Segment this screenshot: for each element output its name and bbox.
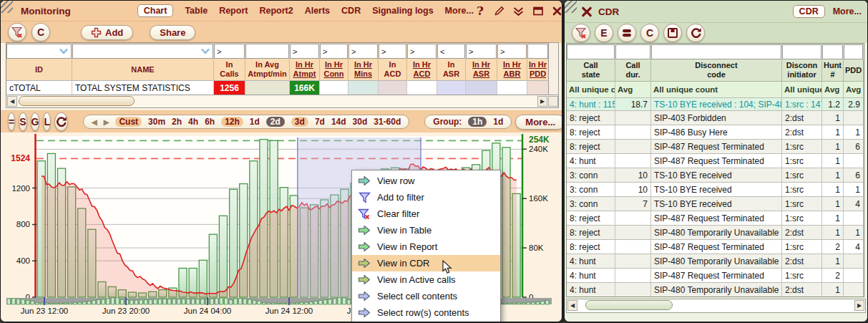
filter-input-in hr-asr[interactable]: >: [466, 44, 497, 59]
cdr-cell[interactable]: 2:dst: [782, 125, 822, 139]
cdr-cell[interactable]: [615, 153, 651, 168]
unique-cell[interactable]: 4: hunt : 115: [567, 97, 615, 110]
range-7d[interactable]: 7d: [315, 117, 325, 127]
cdr-cell[interactable]: 6: [844, 168, 864, 182]
unique-values-row[interactable]: 4: hunt : 11518.7TS-10 BYE received : 10…: [567, 97, 864, 110]
cdr-cell[interactable]: 1: [822, 254, 844, 268]
cdr-cell[interactable]: 1: [844, 182, 864, 196]
stat-cell[interactable]: [407, 80, 437, 95]
column-header[interactable]: In Avg Atmpt/min: [245, 59, 290, 80]
cdr-cell[interactable]: 8: reject: [567, 125, 615, 139]
stat-cell[interactable]: [466, 80, 497, 95]
cdr-cell[interactable]: 2:dst: [782, 254, 822, 268]
table-row[interactable]: 3: conn10TS-10 BYE received1:src16: [567, 168, 864, 182]
cdr-cell[interactable]: 2:dst: [782, 282, 822, 297]
tab-alerts[interactable]: Alerts: [305, 6, 330, 16]
grid-g-button[interactable]: G: [31, 112, 40, 131]
cdr-cell[interactable]: SIP-486 Busy Here: [651, 125, 782, 139]
column-header[interactable]: In Hr Conn: [320, 59, 348, 80]
cdr-cell[interactable]: 8: reject: [567, 139, 615, 153]
table-row[interactable]: 4: huntSIP-480 Temporarily Unavailable2:…: [567, 254, 864, 268]
cdr-cell[interactable]: 4: [844, 196, 864, 211]
range-1d[interactable]: 1d: [250, 117, 260, 127]
cdr-cell[interactable]: 1: [822, 125, 844, 139]
cdr-cell[interactable]: 1:src: [782, 182, 822, 196]
lines-l-button[interactable]: L: [43, 112, 51, 131]
range-31-60d[interactable]: 31-60d: [374, 117, 401, 127]
table-row[interactable]: 8: rejectSIP-480 Temporarily Unavailable…: [567, 225, 864, 239]
range-next-icon[interactable]: ▶: [104, 118, 109, 126]
close-icon[interactable]: [551, 4, 562, 17]
cdr-cell[interactable]: 10: [615, 182, 651, 196]
column-header[interactable]: NAME: [72, 59, 214, 80]
table-row[interactable]: 8: rejectSIP-403 Forbidden2:dst1: [567, 110, 864, 125]
cdr-cell[interactable]: 1: [844, 225, 864, 239]
scroll-right-button[interactable]: ▶: [537, 96, 547, 107]
cdr-cell[interactable]: 1: [844, 125, 864, 139]
cdr-cell[interactable]: SIP-480 Temporarily Unavailable: [651, 282, 782, 297]
tab-cdr[interactable]: CDR: [793, 5, 825, 18]
tab-signaling-logs[interactable]: Signaling logs: [372, 6, 433, 16]
cdr-cell[interactable]: [615, 211, 651, 225]
table-row[interactable]: 4: huntSIP-480 Temporarily Unavailable2:…: [567, 282, 864, 297]
filter-input[interactable]: [651, 44, 781, 59]
menu-item-view-row[interactable]: View row: [352, 173, 500, 189]
column-header[interactable]: In Hr ASR: [466, 59, 497, 80]
filter-input[interactable]: [844, 44, 863, 59]
cdr-cell[interactable]: 10: [615, 168, 651, 182]
filter-input-in-acd[interactable]: >: [379, 44, 406, 59]
scroll-thumb[interactable]: [585, 300, 673, 310]
range-2h[interactable]: 2h: [172, 117, 182, 127]
cdr-cell[interactable]: 1: [822, 168, 844, 182]
menu-item-add-to-filter[interactable]: Add to filter: [352, 189, 500, 206]
save-button[interactable]: [663, 24, 682, 42]
column-header[interactable]: In Hr Atmpt: [290, 59, 320, 80]
cdr-cell[interactable]: TS-10 BYE received: [651, 182, 782, 196]
resize-grip[interactable]: [565, 1, 577, 13]
stat-cell[interactable]: [527, 80, 549, 95]
export-button[interactable]: E: [595, 24, 613, 42]
cdr-cell[interactable]: 1: [822, 110, 844, 125]
tab-report2[interactable]: Report2: [259, 6, 293, 16]
filter-input-in hr-mins[interactable]: >: [348, 44, 378, 59]
range-14d[interactable]: 14d: [331, 117, 346, 127]
stat-cell[interactable]: [348, 80, 379, 95]
column-header[interactable]: Call dur.: [615, 59, 651, 81]
cdr-cell[interactable]: 2:dst: [782, 225, 822, 239]
cdr-cell[interactable]: 1: [822, 225, 844, 239]
cdr-cell[interactable]: 1:src: [782, 139, 822, 153]
cdr-cell[interactable]: 3: conn: [567, 168, 615, 182]
cdr-cell[interactable]: [844, 153, 864, 168]
cdr-cell[interactable]: [844, 268, 864, 282]
dropdown-chevron-icon[interactable]: [59, 47, 69, 56]
column-header[interactable]: In ASR: [437, 59, 466, 80]
cdr-cell[interactable]: 1: [822, 139, 844, 153]
range-prev-icon[interactable]: ◀: [92, 118, 97, 126]
maximize-icon[interactable]: [532, 4, 545, 17]
stat-cell[interactable]: [497, 80, 527, 95]
menu-item-clear-filter[interactable]: Clear filter: [352, 206, 500, 222]
cdr-cell[interactable]: 1: [822, 182, 844, 196]
column-header[interactable]: In Hr ACD: [407, 59, 437, 80]
close-icon[interactable]: [580, 5, 593, 18]
filter-input-in hr-abr[interactable]: >: [497, 44, 527, 59]
cdr-cell[interactable]: 1:src: [782, 196, 822, 211]
scroll-left-button[interactable]: ◀: [7, 96, 17, 107]
cdr-cell[interactable]: SIP-403 Forbidden: [651, 110, 782, 125]
filter-input-in hr-atmpt[interactable]: >: [290, 44, 319, 59]
table-row[interactable]: 8: rejectSIP-487 Request Terminated1:src…: [567, 139, 864, 153]
help-icon[interactable]: ?: [474, 4, 487, 17]
cdr-cell[interactable]: [615, 110, 651, 125]
table-row[interactable]: cTOTALTOTAL SYSTEM STATISTICS1256166K: [6, 80, 549, 95]
range-4h[interactable]: 4h: [188, 117, 198, 127]
cdr-cell[interactable]: [844, 211, 864, 225]
cdr-cell[interactable]: 4: hunt: [567, 282, 615, 297]
table-row[interactable]: 8: rejectSIP-486 Busy Here2:dst11: [567, 125, 864, 139]
c-button[interactable]: C: [640, 24, 659, 42]
column-header[interactable]: In Hr ABR: [497, 59, 527, 80]
cdr-cell[interactable]: 1:src: [782, 168, 822, 182]
cdr-cell[interactable]: 3: conn: [567, 196, 615, 211]
cdr-cell[interactable]: SIP-487 Request Terminated: [651, 211, 782, 225]
cdr-cell[interactable]: 2: [822, 239, 844, 254]
refresh-button[interactable]: [54, 112, 68, 131]
